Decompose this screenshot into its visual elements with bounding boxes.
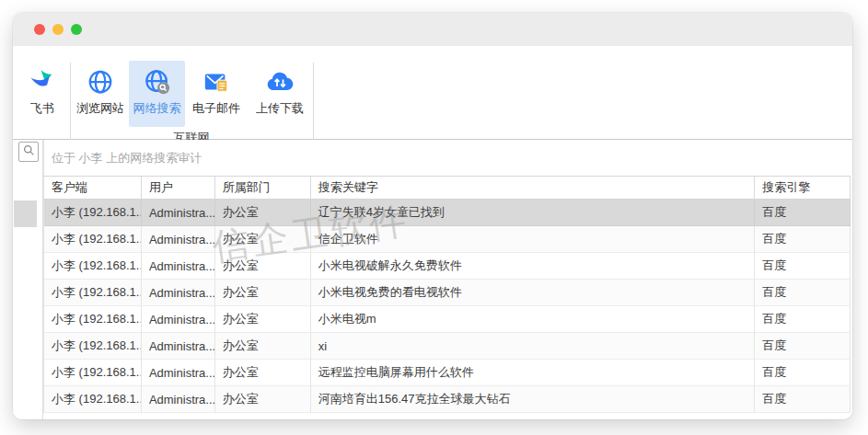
zoom-button[interactable]	[71, 24, 82, 35]
toolbar-button-globe[interactable]: 浏览网站	[74, 61, 127, 127]
table-cell[interactable]: 百度	[755, 360, 851, 386]
header-cell[interactable]: 搜索关键字	[311, 177, 755, 199]
table-cell[interactable]: 办公室	[215, 226, 311, 253]
table-cell[interactable]: 百度	[755, 333, 851, 360]
selected-row-indicator	[14, 200, 37, 227]
search-audit-table: 位于 小李 上的网络搜索审计 客户端用户所属部门搜索关键字搜索引擎 小李 (19…	[43, 140, 851, 413]
app-window: 飞书浏览网站网络搜索电子邮件上传下载 互联网 位于 小李 上的网络搜索审计 客户…	[13, 13, 852, 419]
toolbar-button-label: 飞书	[30, 100, 54, 117]
table-cell[interactable]: Administra...	[142, 253, 215, 280]
table-cell[interactable]: 办公室	[215, 200, 311, 226]
feishu-icon	[28, 65, 57, 98]
toolbar-button-label: 上传下载	[256, 100, 304, 117]
globe-icon	[87, 65, 114, 98]
table-cell[interactable]: 小米电视破解永久免费软件	[311, 253, 755, 280]
toolbar-button-label: 浏览网站	[76, 100, 124, 117]
table-cell[interactable]: 河南培育出156.47克拉全球最大钻石	[311, 386, 755, 413]
toolbar-ribbon: 飞书浏览网站网络搜索电子邮件上传下载 互联网	[13, 46, 852, 140]
table-cell[interactable]: 小李 (192.168.1...	[44, 200, 142, 226]
toolbar-button-cloud-updown[interactable]: 上传下载	[250, 61, 309, 127]
table-cell[interactable]: Administra...	[142, 226, 215, 253]
table-row[interactable]: 小李 (192.168.1...Administra...办公室辽宁失联4岁女童…	[43, 200, 851, 226]
table-cell[interactable]: 小米电视m	[311, 306, 755, 333]
table-cell[interactable]: 远程监控电脑屏幕用什么软件	[311, 360, 755, 386]
table-cell[interactable]: 小李 (192.168.1...	[44, 280, 142, 306]
table-row[interactable]: 小李 (192.168.1...Administra...办公室远程监控电脑屏幕…	[43, 360, 851, 386]
table-cell[interactable]: 办公室	[215, 360, 311, 386]
table-cell[interactable]: 小李 (192.168.1...	[44, 333, 142, 360]
table-cell[interactable]: 办公室	[215, 333, 311, 360]
table-cell[interactable]: 小米电视免费的看电视软件	[311, 280, 755, 306]
toolbar-button-label: 电子邮件	[192, 100, 240, 117]
table-cell[interactable]: 办公室	[215, 280, 311, 306]
toolbar-button-label: 网络搜索	[133, 100, 181, 117]
table-cell[interactable]: Administra...	[142, 333, 215, 360]
table-cell[interactable]: 小李 (192.168.1...	[44, 226, 142, 253]
header-cell[interactable]: 搜索引擎	[755, 177, 851, 199]
table-row[interactable]: 小李 (192.168.1...Administra...办公室小米电视破解永久…	[43, 253, 851, 280]
table-cell[interactable]: Administra...	[142, 386, 215, 413]
table-row[interactable]: 小李 (192.168.1...Administra...办公室小米电视m百度	[43, 306, 851, 333]
table-cell[interactable]: 百度	[755, 200, 851, 226]
table-row[interactable]: 小李 (192.168.1...Administra...办公室河南培育出156…	[43, 386, 851, 413]
table-header-row: 客户端用户所属部门搜索关键字搜索引擎	[43, 177, 851, 200]
table-cell[interactable]: 百度	[755, 306, 851, 333]
table-cell[interactable]: 百度	[755, 253, 851, 280]
table-caption: 位于 小李 上的网络搜索审计	[43, 140, 851, 177]
mail-icon	[203, 65, 230, 98]
table-row[interactable]: 小李 (192.168.1...Administra...办公室xi百度	[43, 333, 851, 360]
close-button[interactable]	[34, 24, 45, 35]
title-bar	[13, 13, 852, 46]
table-row[interactable]: 小李 (192.168.1...Administra...办公室小米电视免费的看…	[43, 280, 851, 306]
table-cell[interactable]: Administra...	[142, 306, 215, 333]
table-row[interactable]: 小李 (192.168.1...Administra...办公室信企卫软件百度	[43, 226, 851, 253]
table-cell[interactable]: 办公室	[215, 253, 311, 280]
toolbar-button-feishu[interactable]: 飞书	[17, 61, 68, 127]
table-cell[interactable]: 小李 (192.168.1...	[44, 306, 142, 333]
table-cell[interactable]: 小李 (192.168.1...	[44, 386, 142, 413]
toolbar-button-mail[interactable]: 电子邮件	[189, 61, 244, 127]
table-cell[interactable]: 小李 (192.168.1...	[44, 360, 142, 386]
table-cell[interactable]: Administra...	[142, 280, 215, 306]
globe-search-icon	[144, 65, 171, 98]
table-cell[interactable]: Administra...	[142, 360, 215, 386]
table-cell[interactable]: 小李 (192.168.1...	[44, 253, 142, 280]
row-indicator-gutter	[13, 140, 43, 419]
header-cell[interactable]: 客户端	[44, 177, 142, 199]
search-icon	[23, 143, 35, 160]
table-cell[interactable]: 百度	[755, 386, 851, 413]
table-cell[interactable]: Administra...	[142, 200, 215, 226]
table-cell[interactable]: 百度	[755, 226, 851, 253]
minimize-button[interactable]	[52, 24, 64, 35]
header-cell[interactable]: 用户	[142, 177, 215, 199]
table-cell[interactable]: 办公室	[215, 386, 311, 413]
table-cell[interactable]: 信企卫软件	[311, 226, 755, 253]
table-cell[interactable]: 办公室	[215, 306, 311, 333]
toolbar-separator	[313, 63, 314, 141]
header-cell[interactable]: 所属部门	[215, 177, 311, 199]
table-cell[interactable]: xi	[311, 333, 755, 360]
table-cell[interactable]: 辽宁失联4岁女童已找到	[311, 200, 755, 226]
toolbar-button-globe-search[interactable]: 网络搜索	[129, 61, 185, 127]
grid-search-button[interactable]	[18, 142, 39, 162]
cloud-updown-icon	[265, 65, 295, 98]
table-cell[interactable]: 百度	[755, 280, 851, 306]
audit-content: 位于 小李 上的网络搜索审计 客户端用户所属部门搜索关键字搜索引擎 小李 (19…	[13, 140, 852, 419]
